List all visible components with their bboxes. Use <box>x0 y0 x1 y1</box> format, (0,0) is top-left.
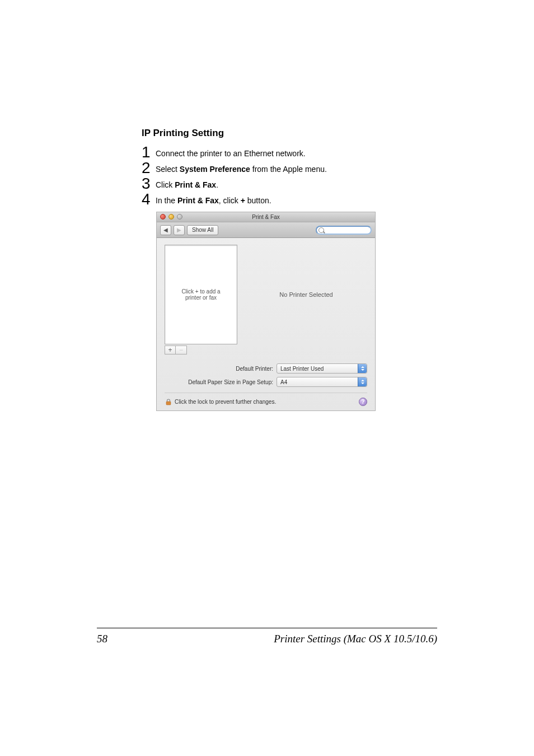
help-icon[interactable]: ? <box>359 398 367 406</box>
default-printer-value: Last Printer Used <box>280 366 324 372</box>
search-input[interactable] <box>316 226 372 235</box>
text-suffix: button. <box>245 196 271 205</box>
zoom-icon <box>177 214 182 220</box>
step-4: 4 In the Print & Fax, click + button. <box>142 192 478 207</box>
step-3: 3 Click Print & Fax. <box>142 176 478 192</box>
step-number: 3 <box>142 176 152 192</box>
text-bold: System Preference <box>180 165 250 174</box>
list-placeholder-text: Click + to add a printer or fax <box>181 288 220 301</box>
paper-size-select[interactable]: A4 <box>277 377 367 387</box>
step-text: Connect the printer to an Ethernet netwo… <box>156 150 306 157</box>
back-button[interactable]: ◀ <box>160 225 171 235</box>
text-prefix: Select <box>156 165 180 174</box>
window-titlebar: Print & Fax <box>157 212 375 222</box>
step-number: 1 <box>142 144 152 160</box>
paper-size-value: A4 <box>280 379 287 385</box>
chevron-updown-icon <box>358 377 367 386</box>
text-bold2: + <box>241 196 245 205</box>
text-mid: , click <box>219 196 241 205</box>
step-text: Select System Preference from the Apple … <box>156 165 327 173</box>
close-icon[interactable] <box>160 214 166 220</box>
traffic-lights <box>160 214 182 220</box>
step-1: 1 Connect the printer to an Ethernet net… <box>142 144 478 160</box>
window-body: Click + to add a printer or fax No Print… <box>157 238 375 410</box>
section-heading: IP Printing Setting <box>142 128 478 139</box>
text-bold: Print & Fax <box>177 196 219 205</box>
lock-icon[interactable] <box>165 398 172 406</box>
show-all-button[interactable]: Show All <box>187 225 218 235</box>
no-printer-label: No Printer Selected <box>279 291 332 298</box>
page-footer: 58 Printer Settings (Mac OS X 10.5/10.6) <box>97 628 437 645</box>
window-title: Print & Fax <box>252 214 279 220</box>
toolbar: ◀ ▶ Show All <box>157 222 375 238</box>
list-controls: + − <box>165 344 367 354</box>
paper-size-row: Default Paper Size in Page Setup: A4 <box>165 377 367 387</box>
forward-button[interactable]: ▶ <box>174 225 185 235</box>
lock-text: Click the lock to prevent further change… <box>175 399 276 405</box>
settings-rows: Default Printer: Last Printer Used Defau… <box>165 363 367 387</box>
lock-row: Click the lock to prevent further change… <box>165 393 367 406</box>
step-number: 4 <box>142 192 152 207</box>
remove-printer-button[interactable]: − <box>176 346 187 354</box>
footer-title: Printer Settings (Mac OS X 10.5/10.6) <box>274 633 437 645</box>
text-suffix: from the Apple menu. <box>250 165 327 174</box>
text-prefix: Click <box>156 180 175 189</box>
paper-size-label: Default Paper Size in Page Setup: <box>165 379 277 385</box>
default-printer-row: Default Printer: Last Printer Used <box>165 363 367 374</box>
print-fax-window: Print & Fax ◀ ▶ Show All Click + to add … <box>156 212 376 411</box>
minimize-icon[interactable] <box>168 214 174 220</box>
printer-list: Click + to add a printer or fax <box>165 245 237 344</box>
text-prefix: In the <box>156 196 177 205</box>
text-suffix: . <box>216 180 218 189</box>
step-number: 2 <box>142 160 152 176</box>
add-printer-button[interactable]: + <box>165 346 176 354</box>
chevron-updown-icon <box>358 364 367 373</box>
default-printer-label: Default Printer: <box>165 366 277 372</box>
text-bold: Print & Fax <box>175 180 216 189</box>
step-2: 2 Select System Preference from the Appl… <box>142 160 478 176</box>
detail-pane: No Printer Selected <box>245 245 367 344</box>
step-text: Click Print & Fax. <box>156 181 218 189</box>
svg-rect-0 <box>166 402 171 405</box>
default-printer-select[interactable]: Last Printer Used <box>277 363 367 374</box>
page-number: 58 <box>97 633 107 645</box>
step-text: In the Print & Fax, click + button. <box>156 197 271 204</box>
